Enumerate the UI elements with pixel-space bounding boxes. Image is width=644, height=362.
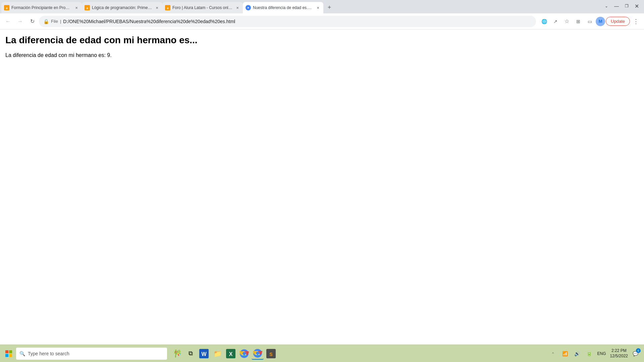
collections-icon[interactable]: ⊞ xyxy=(573,16,584,27)
tab-2-favicon: a xyxy=(85,5,90,10)
tab-1-close[interactable]: ✕ xyxy=(74,5,79,10)
taskbar-word-icon[interactable]: W xyxy=(198,348,210,360)
tab-1-title: Formación Principiante en Progr... xyxy=(11,5,72,10)
split-screen-icon[interactable]: ▭ xyxy=(584,16,595,27)
show-hidden-icons[interactable]: ^ xyxy=(548,348,558,359)
notification-center[interactable]: 💬 6 xyxy=(631,349,640,358)
tab-4[interactable]: ● Nuestra diferencia de edad es.htm... ✕ xyxy=(243,2,323,13)
tab-1[interactable]: a Formación Principiante en Progr... ✕ xyxy=(1,2,82,13)
taskbar-search[interactable]: 🔍 Type here to search xyxy=(16,348,167,360)
taskbar-app-icons: 🎋 ⧉ W 📁 X xyxy=(171,348,277,360)
tab-2-close[interactable]: ✕ xyxy=(154,5,160,10)
svg-rect-0 xyxy=(5,350,8,353)
wifi-icon[interactable]: 📶 xyxy=(560,348,571,359)
taskbar: 🔍 Type here to search 🎋 ⧉ W 📁 xyxy=(0,345,644,362)
menu-button[interactable]: ⋮ xyxy=(631,16,641,27)
profile-avatar[interactable]: M xyxy=(596,17,605,26)
toolbar: ← → ↻ 🔒 File | D:/ONE%20Michael/PRUEBAS/… xyxy=(0,13,644,29)
taskbar-excel-icon[interactable]: X xyxy=(225,348,237,360)
title-bar: a Formación Principiante en Progr... ✕ a… xyxy=(0,0,644,13)
search-placeholder: Type here to search xyxy=(28,351,69,356)
update-button[interactable]: Update xyxy=(606,17,630,26)
tab-search-icon[interactable]: ⌄ xyxy=(602,1,611,11)
tabs-container: a Formación Principiante en Progr... ✕ a… xyxy=(0,0,599,13)
taskbar-taskview-icon[interactable]: ⧉ xyxy=(184,348,197,360)
search-icon: 🔍 xyxy=(19,351,25,356)
battery-icon[interactable]: 🔋 xyxy=(584,348,595,359)
notification-count: 6 xyxy=(636,348,641,353)
address-url: D:/ONE%20Michael/PRUEBAS/Nuestra%20difer… xyxy=(63,19,532,24)
new-tab-button[interactable]: + xyxy=(325,3,334,12)
translate-icon[interactable]: 🌐 xyxy=(539,16,549,27)
reload-button[interactable]: ↻ xyxy=(27,16,38,27)
svg-text:S: S xyxy=(269,352,272,357)
toolbar-right: 🌐 ↗ ☆ ⊞ ▭ M Update ⋮ xyxy=(539,16,641,27)
tab-1-favicon: a xyxy=(4,5,9,10)
address-bar[interactable]: 🔒 File | D:/ONE%20Michael/PRUEBAS/Nuestr… xyxy=(39,16,536,27)
svg-point-13 xyxy=(256,352,259,355)
bookmark-icon[interactable]: ☆ xyxy=(561,16,572,27)
forward-button[interactable]: → xyxy=(15,16,25,27)
tab-3-close[interactable]: ✕ xyxy=(235,5,240,10)
back-button[interactable]: ← xyxy=(3,16,13,27)
chrome-window: a Formación Principiante en Progr... ✕ a… xyxy=(0,0,644,362)
page-content: La diferencia de edad con mi hermano es.… xyxy=(0,29,644,345)
taskbar-right: ^ 📶 🔊 🔋 ENG 2:22 PM 12/5/2022 💬 6 xyxy=(548,348,641,359)
taskbar-sublime-icon[interactable]: S xyxy=(265,348,277,360)
svg-rect-1 xyxy=(9,350,12,353)
file-label: File xyxy=(51,19,58,24)
share-icon[interactable]: ↗ xyxy=(550,16,561,27)
clock-time: 2:22 PM xyxy=(611,348,627,354)
tab-4-favicon: ● xyxy=(246,5,251,10)
tab-2[interactable]: a Lógica de programación: Primer... ✕ xyxy=(82,2,162,13)
tab-4-close[interactable]: ✕ xyxy=(315,5,321,10)
start-button[interactable] xyxy=(3,348,15,360)
svg-text:W: W xyxy=(201,351,207,357)
system-tray: ^ 📶 🔊 🔋 ENG xyxy=(548,348,607,359)
svg-rect-3 xyxy=(9,354,12,357)
page-heading: La diferencia de edad con mi hermano es.… xyxy=(5,35,639,46)
page-body: La diferencia de edad con mi hermano es:… xyxy=(5,52,639,58)
clock[interactable]: 2:22 PM 12/5/2022 xyxy=(610,348,628,359)
taskbar-bamboo-icon[interactable]: 🎋 xyxy=(171,348,183,360)
close-button[interactable]: ✕ xyxy=(632,1,641,11)
clock-date: 12/5/2022 xyxy=(610,354,628,359)
language-indicator[interactable]: ENG xyxy=(596,351,607,356)
taskbar-chrome-2-icon[interactable] xyxy=(252,348,264,360)
svg-rect-2 xyxy=(5,354,8,357)
volume-icon[interactable]: 🔊 xyxy=(572,348,583,359)
restore-button[interactable]: ❐ xyxy=(622,1,631,11)
taskbar-chrome-1-icon[interactable] xyxy=(238,348,250,360)
window-controls: ⌄ — ❐ ✕ xyxy=(599,1,644,13)
tab-3[interactable]: a Foro | Alura Latam - Cursos onlin... ✕ xyxy=(162,2,243,13)
tab-4-title: Nuestra diferencia de edad es.htm... xyxy=(253,5,313,10)
minimize-button[interactable]: — xyxy=(612,1,621,11)
tab-3-favicon: a xyxy=(165,5,170,10)
tab-2-title: Lógica de programación: Primer... xyxy=(92,5,152,10)
svg-text:X: X xyxy=(229,351,233,357)
svg-point-10 xyxy=(243,352,246,355)
tab-3-title: Foro | Alura Latam - Cursos onlin... xyxy=(172,5,233,10)
taskbar-explorer-icon[interactable]: 📁 xyxy=(211,348,223,360)
